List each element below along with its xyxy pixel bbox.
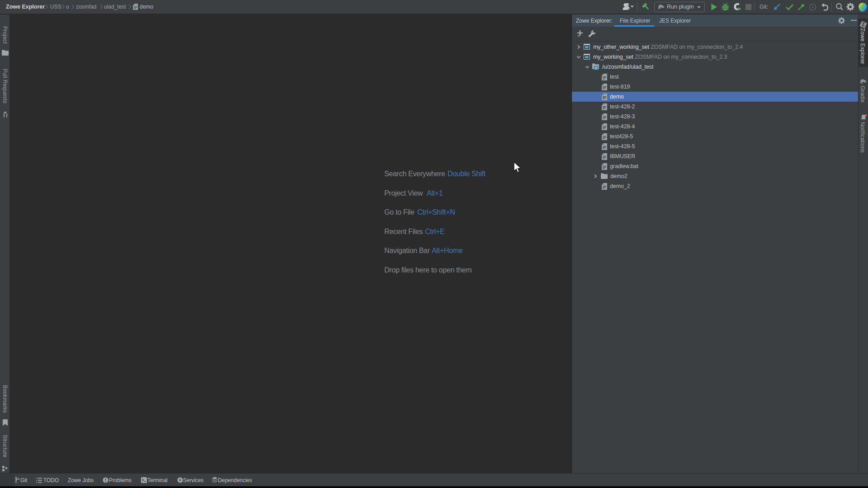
svg-text:Z: Z bbox=[862, 22, 864, 27]
